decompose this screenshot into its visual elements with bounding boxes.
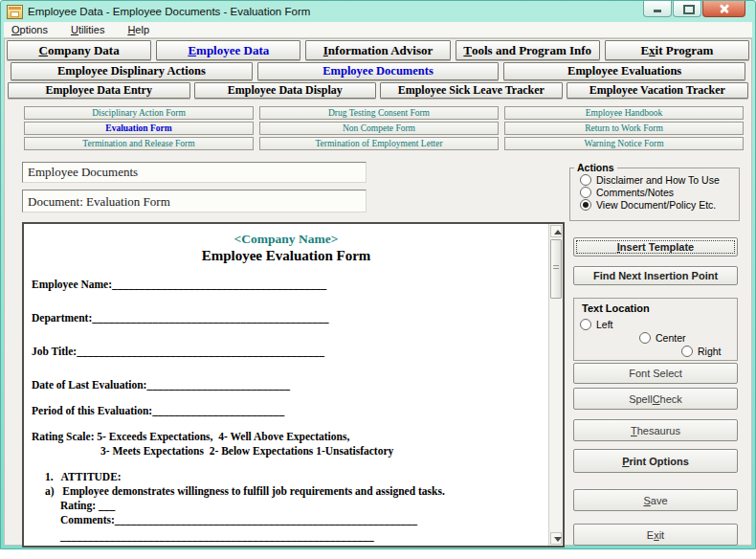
nav-row-employee-sections: Employee Displinary Actions Employee Doc… [5,62,751,80]
window-controls [642,1,745,17]
radio-circle-icon [681,346,693,357]
spell-check-button[interactable]: Spell Check [573,388,738,410]
window-title: Employee Data - Employee Documents - Eva… [28,6,310,17]
radio-disclaimer-how-to-use[interactable]: Disclaimer and How To Use [570,174,739,186]
scroll-up-icon[interactable] [550,225,562,237]
doc-field-employee-name: Employee Name:__________________________… [32,278,541,292]
form-drug-testing-consent[interactable]: Drug Testing Consent Form [259,106,499,120]
form-termination-release[interactable]: Termination and Release Form [24,137,254,150]
app-window: Employee Data - Employee Documents - Eva… [0,0,756,549]
actions-group-title: Actions [574,162,617,173]
doc-rating-scale-2: 3- Meets Expectations 2- Below Expectati… [32,444,541,458]
tab-employee-documents[interactable]: Employee Documents [257,62,500,80]
radio-circle-icon [580,174,591,186]
close-button[interactable] [702,1,745,17]
doc-item-a-comments-line2: ________________________________________… [32,529,541,544]
radio-text-right[interactable]: Right [681,346,722,357]
tab-information-advisor[interactable]: Information Advisor [305,40,450,60]
form-employee-handbook[interactable]: Employee Handbook [504,106,744,120]
scroll-down-icon[interactable] [550,532,562,545]
menu-bar: Options Utilities Help [4,22,752,38]
menu-utilities[interactable]: Utilities [71,24,104,35]
tab-employee-data-entry[interactable]: Employee Data Entry [8,82,190,99]
radio-circle-icon [580,187,591,198]
form-termination-employment-letter[interactable]: Termination of Employment Letter [259,137,499,150]
doc-item-a-comments: Comments:_______________________________… [32,513,541,527]
nav-row-main: Company Data Employee Data Information A… [5,40,751,60]
form-non-compete[interactable]: Non Compete Form [259,122,499,135]
tab-employee-data-display[interactable]: Employee Data Display [194,82,377,99]
section-label: Employee Documents [22,162,367,183]
document-form-grid: Disciplinary Action Form Drug Testing Co… [24,106,744,150]
exit-button[interactable]: Exit [573,524,738,546]
radio-view-document-policy[interactable]: View Document/Policy Etc. [570,199,739,211]
radio-circle-icon [580,199,591,211]
tab-exit-program[interactable]: Exit Program [605,40,749,60]
insert-template-button[interactable]: Insert Template [573,237,738,257]
text-location-title: Text Location [582,302,650,314]
tab-tools-program-info[interactable]: Tools and Program Info [456,40,600,60]
tab-employee-data[interactable]: Employee Data [156,40,300,60]
radio-circle-icon [580,319,591,330]
app-icon [7,5,23,19]
radio-text-center[interactable]: Center [639,332,686,344]
print-options-button[interactable]: Print Options [573,449,738,473]
document-content: <Company Name> Employee Evaluation Form … [24,224,548,546]
document-viewer[interactable]: <Company Name> Employee Evaluation Form … [22,222,565,548]
tab-employee-vacation-tracker[interactable]: Employee Vacation Tracker [567,82,749,99]
doc-item-a-rating: Rating: ___ [32,499,541,513]
doc-rating-scale-1: Rating Scale: 5- Exceeds Expectations, 4… [32,430,541,444]
tab-employee-displinary-actions[interactable]: Employee Displinary Actions [11,62,253,80]
doc-field-date-last-evaluation: Date of Last Evaluation:________________… [32,378,541,392]
document-scrollbar[interactable] [548,224,563,546]
menu-help[interactable]: Help [127,24,149,35]
maximize-button[interactable] [673,1,701,17]
font-select-button[interactable]: Font Select [573,363,738,384]
doc-item-b: b) Employee takes corrective action in r… [32,544,541,546]
doc-company-name: <Company Name> [32,231,541,247]
form-evaluation[interactable]: Evaluation Form [24,122,254,135]
tab-employee-evaluations[interactable]: Employee Evaluations [503,62,745,80]
doc-section-attitude: 1. ATTITUDE: [32,470,541,484]
actions-group: Actions Disclaimer and How To Use Commen… [569,162,740,221]
doc-field-period-evaluation: Period of this Evaluation:______________… [32,404,541,418]
doc-item-a: a) Employee demonstrates willingness to … [32,484,541,499]
tab-employee-sick-leave-tracker[interactable]: Employee Sick Leave Tracker [380,82,563,99]
thesaurus-button[interactable]: Thesaurus [573,419,738,441]
text-location-group: Text Location Left Center Right [573,298,738,361]
save-button[interactable]: Save [573,489,738,511]
find-next-insertion-point-button[interactable]: Find Next Insertion Point [573,266,738,285]
title-bar: Employee Data - Employee Documents - Eva… [1,1,755,22]
tab-company-data[interactable]: Company Data [7,40,151,60]
nav-row-employee-tools: Employee Data Entry Employee Data Displa… [5,82,751,99]
radio-circle-icon [639,332,651,344]
doc-title: Employee Evaluation Form [32,247,541,264]
doc-field-department: Department:_____________________________… [32,311,541,325]
form-warning-notice[interactable]: Warning Notice Form [504,137,744,150]
menu-options[interactable]: Options [11,24,48,35]
form-disciplinary-action[interactable]: Disciplinary Action Form [24,106,254,120]
scrollbar-thumb[interactable] [550,239,562,299]
doc-field-job-title: Job Title:______________________________… [32,345,541,359]
client-area: Company Data Employee Data Information A… [4,38,752,546]
document-label: Document: Evaluation Form [22,190,367,212]
radio-text-left[interactable]: Left [580,319,613,330]
radio-comments-notes[interactable]: Comments/Notes [570,187,739,198]
minimize-button[interactable] [643,1,672,17]
form-return-to-work[interactable]: Return to Work Form [504,122,744,135]
